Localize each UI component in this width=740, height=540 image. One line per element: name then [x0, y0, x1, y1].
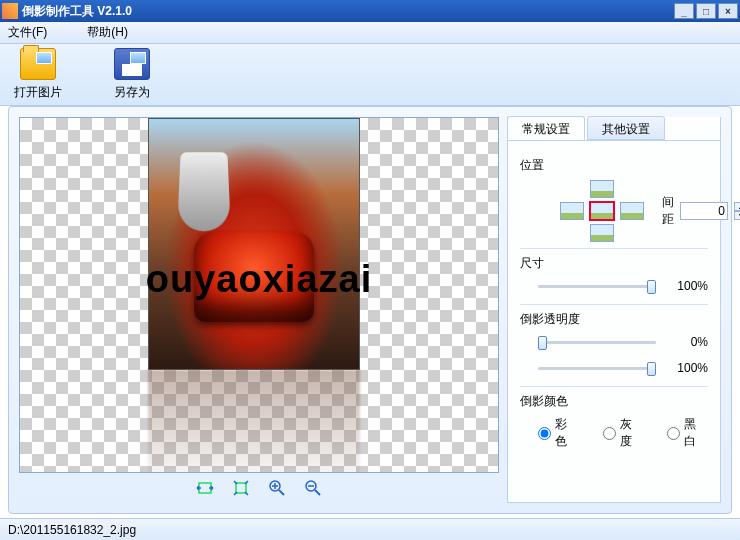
- size-value: 100%: [666, 279, 708, 293]
- tabs: 常规设置 其他设置: [507, 116, 721, 140]
- window-title: 倒影制作工具 V2.1.0: [22, 3, 674, 20]
- reflection-image: [148, 370, 360, 473]
- settings-panel: 常规设置 其他设置 位置 间距: [507, 117, 721, 503]
- pos-right[interactable]: [620, 202, 644, 220]
- separator: [520, 248, 708, 249]
- pos-center[interactable]: [590, 202, 614, 220]
- size-slider[interactable]: [538, 278, 656, 294]
- spacing-input[interactable]: [680, 202, 728, 220]
- close-button[interactable]: ×: [718, 3, 738, 19]
- tab-general[interactable]: 常规设置: [507, 116, 585, 140]
- source-image: [148, 118, 360, 370]
- preview-pane: ouyaoxiazai: [19, 117, 499, 503]
- app-icon: [2, 3, 18, 19]
- fit-screen-icon[interactable]: [232, 479, 250, 497]
- radio-bw-input[interactable]: [667, 427, 680, 440]
- radio-gray-input[interactable]: [603, 427, 616, 440]
- color-label: 倒影颜色: [520, 393, 708, 410]
- menu-bar: 文件(F) 帮助(H): [0, 22, 740, 44]
- minimize-button[interactable]: _: [674, 3, 694, 19]
- separator: [520, 386, 708, 387]
- tab-other[interactable]: 其他设置: [587, 116, 665, 140]
- title-bar: 倒影制作工具 V2.1.0 _ □ ×: [0, 0, 740, 22]
- status-bar: D:\201155161832_2.jpg: [0, 518, 740, 540]
- opacity-label: 倒影透明度: [520, 311, 708, 328]
- radio-color[interactable]: 彩色: [538, 416, 579, 450]
- spin-down[interactable]: ▼: [734, 211, 740, 220]
- menu-help[interactable]: 帮助(H): [87, 24, 128, 41]
- position-row: 间距 ▲ ▼: [520, 180, 708, 242]
- opacity-top-slider[interactable]: [538, 334, 656, 350]
- saveas-label: 另存为: [114, 84, 150, 101]
- opacity-bottom-slider[interactable]: [538, 360, 656, 376]
- toolbar: 打开图片 另存为: [0, 44, 740, 106]
- preview-toolbar: [19, 473, 499, 503]
- menu-file[interactable]: 文件(F): [8, 24, 47, 41]
- image-canvas[interactable]: ouyaoxiazai: [19, 117, 499, 473]
- zoom-in-icon[interactable]: [268, 479, 286, 497]
- size-slider-row: 100%: [538, 278, 708, 294]
- opacity-top-value: 0%: [666, 335, 708, 349]
- spin-up[interactable]: ▲: [734, 202, 740, 211]
- save-icon: [114, 48, 150, 80]
- maximize-button[interactable]: □: [696, 3, 716, 19]
- zoom-out-icon[interactable]: [304, 479, 322, 497]
- position-grid: [560, 180, 646, 242]
- pos-bottom[interactable]: [590, 224, 614, 242]
- main-area: ouyaoxiazai 常规设置 其他设置 位置: [8, 106, 732, 514]
- opacity-bottom-row: 100%: [538, 360, 708, 376]
- folder-icon: [20, 48, 56, 80]
- opacity-top-row: 0%: [538, 334, 708, 350]
- opacity-bottom-value: 100%: [666, 361, 708, 375]
- position-label: 位置: [520, 157, 708, 174]
- spacing-label: 间距: [662, 194, 674, 228]
- spacing-spinner: ▲ ▼: [734, 202, 740, 220]
- panel-body: 位置 间距 ▲ ▼: [508, 140, 720, 502]
- size-label: 尺寸: [520, 255, 708, 272]
- radio-gray[interactable]: 灰度: [603, 416, 644, 450]
- pos-left[interactable]: [560, 202, 584, 220]
- pos-top[interactable]: [590, 180, 614, 198]
- open-label: 打开图片: [14, 84, 62, 101]
- fit-width-icon[interactable]: [196, 479, 214, 497]
- svg-rect-1: [236, 483, 246, 493]
- radio-bw[interactable]: 黑白: [667, 416, 708, 450]
- spacing-control: 间距 ▲ ▼: [662, 194, 740, 228]
- color-radios: 彩色 灰度 黑白: [538, 416, 708, 450]
- separator: [520, 304, 708, 305]
- window-controls: _ □ ×: [674, 3, 738, 19]
- radio-color-input[interactable]: [538, 427, 551, 440]
- status-path: D:\201155161832_2.jpg: [8, 523, 136, 537]
- save-as-button[interactable]: 另存为: [114, 48, 150, 101]
- open-image-button[interactable]: 打开图片: [14, 48, 62, 101]
